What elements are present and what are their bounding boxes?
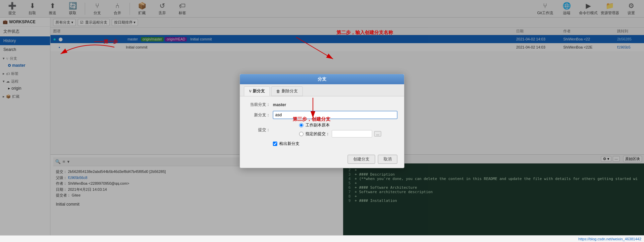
radio-working-copy[interactable] [299,123,303,127]
commit-radio-group: 工作副本原本 指定的提交： ... [299,122,381,138]
modal-header: 分支 [240,74,404,84]
status-bar: https://blog.csdn.net/weixin_46381442 [0,235,644,242]
delete-branch-tab-label: 删除分支 [282,88,298,94]
checkout-label: 检出新分支 [279,141,299,147]
modal-title: 分支 [318,77,326,82]
radio-working-copy-row: 工作副本原本 [299,122,381,128]
new-branch-tab-icon: ⑂ [249,89,251,94]
new-branch-label: 新分支： [247,112,270,118]
status-url[interactable]: https://blog.csdn.net/weixin_46381442 [578,237,641,241]
new-branch-row: 新分支： [247,111,397,119]
commit-row: 提交： 工作副本原本 指定的提交： ... [247,122,397,138]
specified-commit-input[interactable] [332,130,372,138]
modal-tabs: ⑂ 新分支 🗑 删除分支 [240,84,404,96]
commit-label-modal: 提交： [247,127,270,133]
create-branch-btn[interactable]: 创建分支 [348,155,375,164]
current-branch-value: master [273,102,286,107]
modal-tab-delete-branch[interactable]: 🗑 删除分支 [271,86,303,96]
new-branch-tab-label: 新分支 [253,88,265,94]
current-branch-row: 当前分支： master [247,102,397,108]
modal-dialog: 分支 ⑂ 新分支 🗑 删除分支 当前分支： master 新分支： 提交： [240,74,404,168]
modal-body: 当前分支： master 新分支： 提交： 工作副本原本 指定的提交： [240,96,404,152]
new-branch-input[interactable] [273,111,397,119]
checkout-checkbox[interactable] [273,142,277,146]
radio-specified[interactable] [299,132,303,136]
modal-overlay: 分支 ⑂ 新分支 🗑 删除分支 当前分支： master 新分支： 提交： [0,0,644,242]
current-branch-label: 当前分支： [247,102,270,108]
radio-specified-label: 指定的提交： [306,131,330,137]
radio-working-copy-label: 工作副本原本 [306,122,330,128]
modal-footer: 创建分支 取消 [240,152,404,168]
checkout-row: 检出新分支 [273,141,397,147]
radio-specified-row: 指定的提交： ... [299,130,381,138]
browse-commit-btn[interactable]: ... [374,131,381,137]
modal-tab-new-branch[interactable]: ⑂ 新分支 [244,86,270,96]
cancel-btn[interactable]: 取消 [378,155,397,164]
delete-branch-tab-icon: 🗑 [276,89,280,94]
